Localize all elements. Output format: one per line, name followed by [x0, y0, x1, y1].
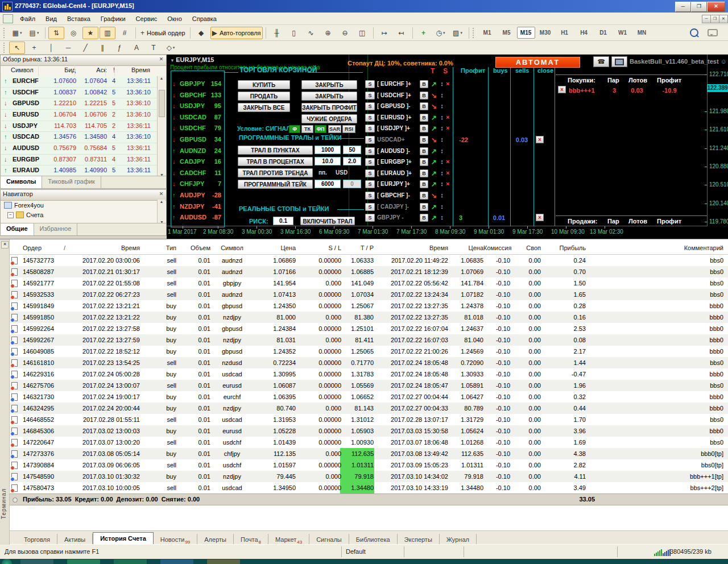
nav-item-broker[interactable]: Forex4you — [4, 202, 44, 209]
pair-b-button[interactable]: B — [420, 136, 428, 144]
timeframe-M1[interactable]: M1 — [478, 27, 497, 39]
arrow-down-right-icon[interactable]: ↘ — [430, 136, 438, 144]
order-row[interactable]: 1460490852017.02.22 18:52:12buy0.01gbpus… — [0, 346, 728, 357]
candlestick-chart-icon[interactable]: ▯ — [286, 27, 302, 39]
arrow-updown-icon[interactable]: ↕ — [439, 125, 445, 131]
pair-label[interactable]: [ EURGBP ]+ — [377, 159, 419, 165]
terminal-column-header[interactable]: Символ — [210, 242, 254, 254]
scrollbar-thumb[interactable] — [159, 90, 165, 117]
order-row[interactable]: 1457327732017.02.20 03:00:06sell0.01audn… — [0, 255, 728, 266]
arrows-icon[interactable]: ◇▾ — [163, 42, 179, 54]
basket-row-close-button[interactable]: × — [558, 86, 566, 93]
market-watch-row-USDJPY[interactable]: ↓USDJPY114.703114.705213:36:11 — [1, 121, 159, 132]
signal-button-ФП[interactable]: ФП — [315, 125, 326, 133]
navigator-close-icon[interactable]: ✕ — [158, 190, 165, 198]
crosshair-icon[interactable]: + — [26, 42, 42, 54]
menu-item-Графики[interactable]: Графики — [96, 14, 131, 24]
new-chart-icon[interactable]: ▦▾ — [9, 27, 25, 39]
open-basket-close-button[interactable]: × — [536, 136, 544, 143]
order-row[interactable]: 1464685522017.02.28 01:55:11sell0.01usdc… — [0, 414, 728, 425]
timeframe-M30[interactable]: M30 — [536, 27, 555, 39]
pair-close-icon[interactable]: × — [446, 180, 452, 187]
order-row[interactable]: 1463242952017.02.24 20:00:44buy0.01nzdjp… — [0, 403, 728, 414]
terminal-icon[interactable]: ▥ — [100, 27, 115, 39]
order-row[interactable]: 1459217772017.02.22 01:55:08sell0.01gbpj… — [0, 277, 728, 289]
trail-percent-step[interactable]: 2.0 — [343, 157, 361, 165]
pair-stop-button[interactable]: S — [365, 203, 375, 211]
pair-label[interactable]: [ EURJPY ]+ — [377, 181, 419, 187]
signal-button-ТК[interactable]: ТК — [301, 125, 313, 133]
order-row[interactable]: 1473908842017.03.09 06:06:05sell0.01usdc… — [0, 459, 728, 471]
arrow-up-right-icon[interactable]: ↗ — [430, 114, 438, 122]
trail-percent-value[interactable]: 10.0 — [315, 157, 341, 165]
tab-tick-chart[interactable]: Тиковый график — [42, 176, 101, 188]
zoom-in-icon[interactable]: ⊕ — [320, 27, 336, 39]
market-watch-scrollbar[interactable]: ▲▼ — [157, 76, 166, 177]
navigator-icon[interactable]: ★ — [82, 27, 98, 39]
column-header-spread[interactable]: ! — [106, 67, 115, 73]
arrow-updown-icon[interactable]: ↕ — [439, 192, 445, 198]
horizontal-line-icon[interactable]: ─ — [60, 42, 76, 54]
autotrade-button[interactable]: ▶Авто-торговля — [210, 27, 263, 39]
timeframe-H1[interactable]: H1 — [556, 27, 574, 39]
pair-label[interactable]: [ EURAUD ]+ — [377, 170, 419, 176]
program-take-step[interactable]: 0 — [343, 180, 361, 188]
order-row[interactable]: 1468453062017.03.02 13:00:03buy0.01eurus… — [0, 425, 728, 437]
pair-b-button[interactable]: B — [420, 192, 428, 200]
pair-stop-button[interactable]: S — [365, 114, 375, 122]
order-row[interactable]: 1461618102017.02.23 13:54:25sell0.01nzdu… — [0, 357, 728, 368]
pair-label[interactable]: USDCAD+ — [377, 136, 419, 143]
terminal-tab-История Счета[interactable]: История Счета — [93, 532, 154, 545]
timeframe-M5[interactable]: M5 — [498, 27, 516, 39]
foreign-orders-button[interactable]: ЧУЖИЕ ОРДЕРА — [301, 114, 357, 123]
menu-item-Вид[interactable]: Вид — [40, 14, 62, 24]
monitor-button[interactable] — [611, 56, 627, 67]
pair-close-icon[interactable]: × — [446, 114, 452, 121]
order-row[interactable]: 1472733762017.03.08 05:05:14buy0.01chfjp… — [0, 448, 728, 459]
timeframe-H4[interactable]: H4 — [575, 27, 593, 39]
market-watch-row-GBPUSD[interactable]: ↓GBPUSD1.222101.22215513:36:10 — [1, 98, 159, 110]
chart-symbol-label[interactable]: ▼ EURJPY,M15 — [170, 56, 214, 63]
pair-label[interactable]: [ USDJPY ]+ — [377, 125, 419, 131]
new-order-button[interactable]: +Новый ордер — [139, 27, 187, 39]
market-watch-row-USDCHF[interactable]: ↑USDCHF1.008371.00842513:36:10 — [1, 88, 159, 99]
pair-b-button[interactable]: B — [420, 102, 428, 110]
pair-label[interactable]: [ EURUSD ]+ — [377, 114, 419, 121]
sell-basket-button[interactable]: ПРОДАТЬ КОРЗИНУ — [238, 92, 290, 101]
arrow-up-right-icon[interactable]: ↗ — [430, 169, 438, 177]
arrow-up-right-icon[interactable]: ↗ — [430, 147, 438, 155]
close-all-button[interactable]: ЗАКРЫТЬ ВСЕ — [238, 103, 290, 112]
mdi-minimize-button[interactable]: ─ — [702, 15, 711, 23]
close-profit-button[interactable]: ЗАКРЫТЬ ПРОФИТ — [301, 103, 357, 112]
templates-icon[interactable]: ▨▾ — [450, 27, 466, 39]
pair-label[interactable]: GBPJPY - — [377, 214, 419, 221]
close-sells-button[interactable]: ЗАКРЫТЬ ПРОДАЖИ — [301, 92, 357, 101]
search-icon[interactable] — [690, 28, 698, 37]
profiles-icon[interactable]: ▤▾ — [26, 27, 42, 39]
column-header-bid[interactable]: Бид — [39, 67, 76, 73]
terminal-tab-Активы[interactable]: Активы — [57, 534, 93, 545]
mdi-restore-button[interactable]: ❐ — [710, 15, 719, 23]
enable-trail-button[interactable]: ВКЛЮЧИТЬ ТРАЛ — [300, 217, 355, 225]
risk-value[interactable]: 0.1 — [273, 217, 293, 225]
terminal-column-header[interactable]: S / L — [296, 242, 341, 254]
terminal-column-header[interactable]: Своп — [510, 242, 541, 254]
pair-stop-button[interactable]: S — [365, 125, 375, 132]
automat-button[interactable]: АВТОМАТ — [495, 57, 580, 68]
arrow-updown-icon[interactable]: ↕ — [439, 80, 445, 87]
trail-points-value[interactable]: 1000 — [315, 146, 341, 154]
pair-stop-button[interactable]: S — [365, 80, 375, 88]
pair-stop-button[interactable]: S — [365, 180, 375, 188]
taskbar-button[interactable] — [207, 559, 240, 564]
terminal-tab-Новости[interactable]: Новости99 — [154, 534, 198, 545]
pair-label[interactable]: [ GBPUSD ]- — [377, 103, 419, 109]
arrow-updown-icon[interactable]: ↕ — [439, 136, 445, 143]
menu-item-Справка[interactable]: Справка — [187, 14, 222, 24]
taskbar-button[interactable] — [67, 559, 100, 564]
order-row[interactable]: 1462757062017.02.24 13:00:07sell0.01euru… — [0, 380, 728, 391]
pair-stop-button[interactable]: S — [365, 158, 375, 166]
minimize-button[interactable]: ─ — [675, 2, 691, 12]
terminal-column-header[interactable]: Цена — [254, 242, 296, 254]
pair-stop-button[interactable]: S — [365, 192, 375, 200]
pair-close-icon[interactable]: × — [446, 169, 452, 176]
